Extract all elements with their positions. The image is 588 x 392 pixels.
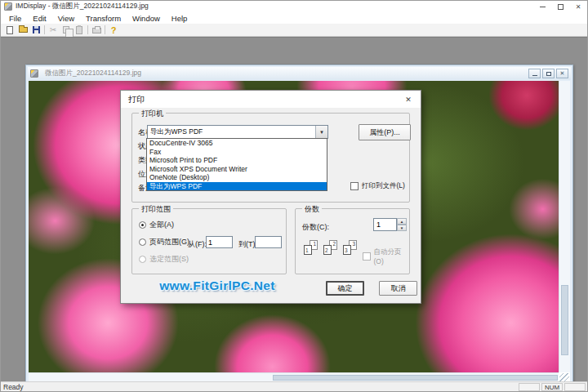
maximize-icon: [558, 4, 564, 10]
image-restore-button[interactable]: [542, 69, 555, 78]
collate-page-pair: 1 1: [304, 240, 318, 255]
toolbar-separator: [44, 25, 45, 34]
properties-button[interactable]: 属性(P)...: [359, 124, 411, 140]
cancel-button[interactable]: 取消: [379, 281, 417, 296]
collate-page-pair: 2 2: [323, 240, 337, 255]
image-minimize-button[interactable]: [528, 69, 541, 78]
window-controls: ✕: [533, 1, 587, 12]
resize-grip[interactable]: [559, 373, 569, 381]
from-label: 从(F):: [188, 239, 207, 250]
print-to-file-row: 打印到文件(L): [350, 181, 405, 191]
minimize-button[interactable]: [533, 1, 551, 12]
maximize-button[interactable]: [551, 1, 569, 12]
menu-window[interactable]: Window: [127, 14, 166, 23]
copy-button[interactable]: [60, 24, 73, 36]
save-file-button[interactable]: [29, 24, 42, 36]
printer-name-combobox[interactable]: 导出为WPS PDF ▼: [147, 125, 328, 139]
close-icon: ✕: [576, 3, 581, 11]
print-button[interactable]: [90, 24, 103, 36]
print-dialog-close-button[interactable]: ✕: [396, 91, 421, 108]
printer-option[interactable]: OneNote (Desktop): [147, 173, 327, 182]
collate-page-pair: 3 3: [343, 240, 357, 255]
collate-row: 自动分页(O): [363, 247, 409, 265]
menu-transform[interactable]: Transform: [80, 14, 127, 23]
collate-pages-icon: 1 1 2 2 3 3: [304, 240, 357, 255]
menu-edit[interactable]: Edit: [27, 14, 51, 23]
menu-bar: File Edit View Transform Window Help: [1, 12, 587, 24]
vertical-scrollbar-thumb[interactable]: [561, 285, 568, 355]
range-all-radio[interactable]: [139, 221, 146, 229]
print-dialog-title: 打印: [121, 94, 145, 105]
menu-view[interactable]: View: [52, 14, 80, 23]
image-window-icon: [30, 69, 38, 78]
printer-option-selected[interactable]: 导出为WPS PDF: [147, 182, 327, 191]
copies-stepper: ▲ ▼: [373, 218, 407, 231]
minimize-icon: [540, 7, 546, 7]
image-window-controls: ✕: [528, 69, 571, 78]
spin-up-button[interactable]: ▲: [397, 218, 407, 225]
save-file-icon: [33, 26, 40, 33]
close-icon: ✕: [405, 96, 412, 104]
collate-label: 自动分页(O): [374, 247, 409, 265]
title-bar: IMDisplay - 微信图片_20221024114129.jpg ✕: [1, 1, 587, 12]
toolbar-separator: [87, 25, 88, 34]
print-range-group: 打印范围 全部(A) 页码范围(G) 从(F): 到(T): 选定范围(S): [131, 208, 287, 274]
page-icon: 1: [304, 245, 312, 255]
print-to-file-checkbox[interactable]: [350, 182, 359, 190]
range-pages-label: 页码范围(G): [149, 237, 189, 247]
chevron-down-icon: ▼: [400, 226, 403, 230]
print-dialog: 打印 ✕ 打印机 名称(N): 导出为WPS PDF ▼ 属性(P)... 状态…: [120, 90, 421, 304]
open-file-button[interactable]: [16, 24, 29, 36]
ok-button[interactable]: 确定: [326, 281, 364, 296]
mdi-client-area: 微信图片_20221024114129.jpg ✕ 打印 ✕: [1, 37, 587, 381]
open-file-icon: [19, 27, 28, 33]
status-pane-cap: [519, 383, 540, 391]
copies-input[interactable]: [373, 218, 397, 231]
print-icon: [92, 28, 101, 33]
range-selection-label: 选定范围(S): [149, 254, 189, 265]
from-page-input[interactable]: [206, 236, 233, 248]
print-range-group-label: 打印范围: [139, 204, 173, 215]
image-window-title-bar[interactable]: 微信图片_20221024114129.jpg ✕: [28, 67, 571, 80]
horizontal-scrollbar-thumb[interactable]: [273, 375, 558, 381]
help-button[interactable]: ?: [107, 24, 120, 36]
paste-icon: [76, 26, 82, 34]
printer-option[interactable]: DocuCentre-IV 3065: [147, 139, 327, 148]
vertical-scrollbar[interactable]: [559, 81, 570, 372]
printer-dropdown-list: DocuCentre-IV 3065 Fax Microsoft Print t…: [146, 138, 327, 191]
printer-option[interactable]: Fax: [147, 148, 327, 157]
printer-group-label: 打印机: [139, 109, 166, 119]
window-title: IMDisplay - 微信图片_20221024114129.jpg: [16, 2, 149, 11]
status-bar: Ready NUM: [1, 381, 587, 391]
print-dialog-title-bar[interactable]: 打印 ✕: [121, 91, 421, 108]
image-window-title: 微信图片_20221024114129.jpg: [45, 69, 141, 78]
copies-count-label: 份数(C):: [302, 222, 329, 233]
menu-help[interactable]: Help: [166, 14, 194, 23]
copies-group: 份数 份数(C): ▲ ▼ 1 1 2 2: [295, 208, 410, 274]
close-button[interactable]: ✕: [569, 1, 587, 12]
paste-button[interactable]: [73, 24, 86, 36]
restore-icon: [546, 72, 551, 76]
app-icon: [4, 2, 12, 11]
spin-down-button[interactable]: ▼: [397, 225, 407, 231]
close-icon: ✕: [560, 70, 565, 77]
menu-file[interactable]: File: [3, 14, 27, 23]
range-selection-row: 选定范围(S): [139, 254, 189, 265]
combobox-dropdown-button[interactable]: ▼: [315, 126, 327, 138]
range-pages-radio[interactable]: [139, 238, 146, 246]
help-icon: ?: [111, 25, 117, 35]
to-page-input[interactable]: [255, 236, 282, 248]
status-message: Ready: [3, 383, 24, 391]
new-document-button[interactable]: [3, 24, 16, 36]
application-window: IMDisplay - 微信图片_20221024114129.jpg ✕ Fi…: [0, 0, 588, 392]
printer-option[interactable]: Microsoft XPS Document Writer: [147, 165, 327, 174]
printer-name-value: 导出为WPS PDF: [148, 127, 315, 137]
range-selection-radio[interactable]: [139, 256, 146, 263]
image-close-button[interactable]: ✕: [556, 69, 568, 78]
collate-checkbox[interactable]: [363, 252, 371, 261]
range-all-label: 全部(A): [149, 220, 174, 230]
cut-button[interactable]: ✂: [47, 24, 60, 36]
toolbar-separator: [105, 25, 105, 34]
watermark-text: www.FitGirlPC.Net: [137, 278, 297, 293]
printer-option[interactable]: Microsoft Print to PDF: [147, 156, 327, 165]
